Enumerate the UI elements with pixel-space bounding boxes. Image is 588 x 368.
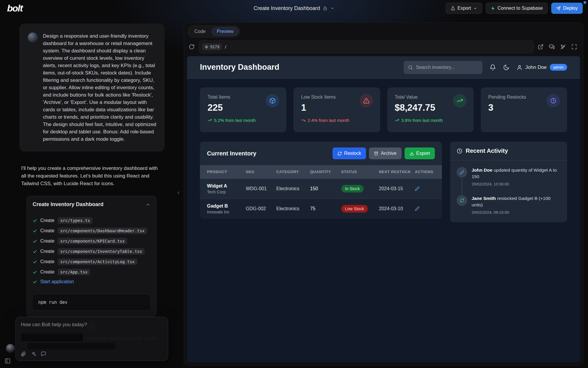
artifact-step: Create src/components/ActivityLog.tsx [33,258,150,265]
product-sku: GDG-002 [246,206,274,211]
check-icon [33,229,37,233]
kpi-total-value: Total Value $8,247.75 3.8% from last mon… [387,87,474,132]
check-icon [33,260,37,264]
tab-code[interactable]: Code [189,27,211,36]
search-icon [408,65,413,70]
step-file[interactable]: src/components/InventoryTable.tsx [58,248,145,255]
search-input[interactable] [416,65,478,70]
step-file[interactable]: src/components/DashboardHeader.tsx [58,228,147,234]
chat-mode-icon[interactable] [41,351,46,357]
device-preview-icon[interactable] [549,44,555,50]
step-file[interactable]: src/types.ts [58,217,93,224]
sidebar-toggle-icon[interactable] [5,358,11,364]
step-file[interactable]: src/App.tsx [58,269,90,275]
clock-icon [457,148,462,154]
restock-label: Restock [344,151,361,156]
archive-label: Archive [381,151,396,156]
pencil-icon [457,167,467,178]
reload-icon[interactable] [189,44,195,50]
dark-mode-toggle-icon[interactable] [503,64,510,71]
download-icon [410,151,414,156]
step-file[interactable]: src/components/KPICard.tsx [58,238,127,244]
collapse-chat-handle[interactable] [175,188,182,197]
open-external-icon[interactable] [538,44,544,50]
terminal-command: npm run dev [32,294,151,311]
chevron-down-icon [330,6,335,10]
share-icon [451,6,455,11]
product-name: Gadget B [207,203,243,209]
step-file[interactable]: src/components/ActivityLog.tsx [58,258,137,265]
deploy-icon [556,6,561,11]
restock-button[interactable]: Restock [333,147,366,159]
column-header: NEXT RESTOCK [379,169,413,175]
account-avatar[interactable] [6,344,15,353]
app-header: Inventory Dashboard John Doe admin [187,56,580,79]
product-category: Electronics [276,206,308,211]
port-number: 5173 [210,44,219,49]
status-badge: Low Stock [341,205,368,213]
step-action: Create [40,238,54,244]
chat-input-box[interactable] [15,317,168,361]
notifications-bell-icon[interactable] [490,64,496,71]
assistant-intro-text: I'll help you create a comprehensive inv… [21,165,163,188]
step-action: Create [40,269,54,275]
dev-server-icon [205,45,208,49]
connect-supabase-button[interactable]: Connect to Supabase [486,3,548,14]
fullscreen-icon[interactable] [571,44,577,50]
lock-icon [323,6,328,11]
check-icon [33,218,37,223]
column-header: CATEGORY [276,169,308,175]
deploy-button[interactable]: Deploy [551,3,583,14]
artifact-step: Create src/components/InventoryTable.tsx [33,248,150,255]
redacted-line [21,334,83,341]
check-icon [33,239,37,243]
kpi-trend: 3.8% from last month [395,118,466,123]
url-path: / [225,44,226,49]
table-row: Gadget B Innovate Inc GDG-002 Electronic… [200,199,442,219]
url-input[interactable]: 5173 / [199,40,534,53]
edit-row-icon[interactable] [415,206,420,211]
app-title: Inventory Dashboard [200,63,279,72]
column-header: SKU [246,169,274,175]
workbench-tabs: Code Preview [187,25,580,40]
export-button[interactable]: Export [446,3,482,14]
chat-input[interactable] [16,317,168,332]
sparkles-icon[interactable] [31,351,36,357]
product-quantity: 150 [310,186,339,191]
table-header: PRODUCT SKU CATEGORY QUANTITY STATUS NEX… [200,165,442,179]
artifact-step: Create src/components/DashboardHeader.ts… [33,228,150,234]
trend-down-icon [301,118,305,122]
chat-panel: Design a responsive and user-friendly in… [19,24,165,368]
connect-supabase-label: Connect to Supabase [497,6,543,11]
check-icon [33,280,37,284]
start-application-link[interactable]: Start application [40,279,74,284]
export-data-button[interactable]: Export [405,147,435,159]
column-header: STATUS [341,169,377,175]
timeline-connector [462,178,462,195]
artifact-collapse-button[interactable] [146,202,150,207]
step-action: Create [40,259,54,264]
kpi-trend: 2.4% from last month [301,118,372,123]
edit-row-icon[interactable] [415,186,420,191]
check-icon [33,249,37,254]
bolt-logo[interactable]: bolt [5,3,23,14]
inspector-toggle-icon[interactable] [560,44,566,50]
kpi-cards: Total Items 225 5.2% from last month Low… [187,79,580,132]
tab-preview[interactable]: Preview [211,27,239,36]
trend-up-icon [395,118,399,122]
archive-button[interactable]: Archive [369,147,401,159]
project-title-menu[interactable]: Create Inventory Dashboard [253,0,334,16]
product-quantity: 75 [310,206,339,211]
kpi-low-stock: Low Stock Items 1 2.4% from last month [293,87,380,132]
step-action: Create [40,228,54,233]
user-avatar [28,32,38,42]
kpi-trend-text: 2.4% from last month [308,118,349,123]
user-menu[interactable]: John Doe admin [517,64,567,71]
status-badge: In Stock [341,185,364,193]
inventory-search[interactable] [404,61,482,74]
attachment-icon[interactable] [21,351,26,357]
port-chip[interactable]: 5173 [202,43,222,50]
product-category: Electronics [276,186,308,191]
column-header: PRODUCT [207,169,243,175]
archive-icon [374,151,378,156]
